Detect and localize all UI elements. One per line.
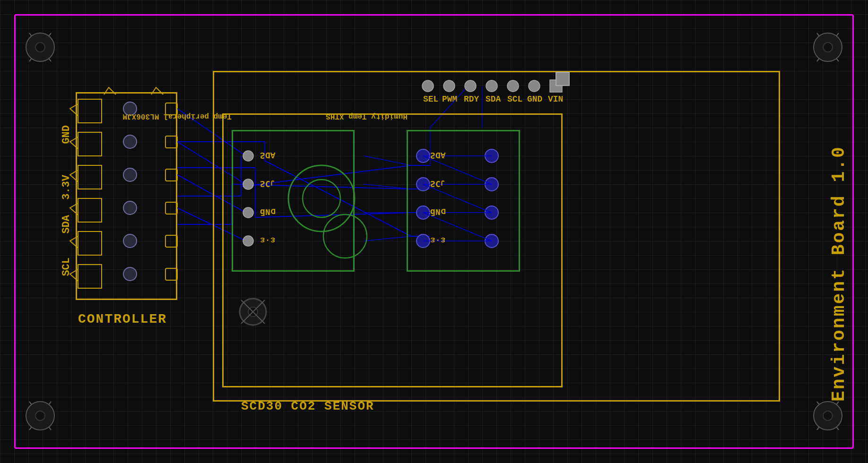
right-pin-sda: ΑDƧ <box>430 150 445 161</box>
pin-sel: SEL <box>423 94 438 104</box>
left-pin-sda: ΑDƧ <box>260 150 275 161</box>
sda-label: SDA <box>61 215 72 234</box>
controller-box <box>76 92 177 300</box>
pin-sda: SDA <box>486 94 501 104</box>
v33-label: 3.3V <box>61 175 72 200</box>
right-pin-scl: ᴊƆƧ <box>430 179 444 189</box>
left-pin-gnd: ᴅNƃ <box>260 207 276 217</box>
left-sensor-box <box>232 130 355 272</box>
right-connector-detail <box>556 72 570 86</box>
left-pin-v33: ε·ε <box>260 235 275 245</box>
pin-scl: SCL <box>507 94 522 104</box>
gnd-label: GND <box>61 125 72 144</box>
pin-vin: VIN <box>548 94 563 104</box>
right-pin-gnd: ᴅNƃ <box>430 207 446 217</box>
right-sensor-box <box>407 130 520 272</box>
right-pin-v33: ε·ε <box>430 235 445 245</box>
board-title: Environment Board 1.0 <box>829 71 849 402</box>
controller-label: CONTROLLER <box>78 312 167 326</box>
pin-gnd: GND <box>527 94 542 104</box>
scl-label: SCL <box>61 257 72 276</box>
pcb-canvas: GND 3.3V SDA SCL CONTROLLER SEL PWM RDY … <box>0 0 868 463</box>
right-component-label: Humidity Temp XTHS <box>326 112 408 120</box>
left-component-label: Temp peripheral ML306XJM <box>123 112 232 120</box>
pin-rdy: RDY <box>464 94 479 104</box>
pin-pwm: PWM <box>442 94 457 104</box>
scd30-label: SCD30 CO2 SENSOR <box>241 399 374 413</box>
left-pin-scl: ᴊƆƧ <box>260 179 274 189</box>
